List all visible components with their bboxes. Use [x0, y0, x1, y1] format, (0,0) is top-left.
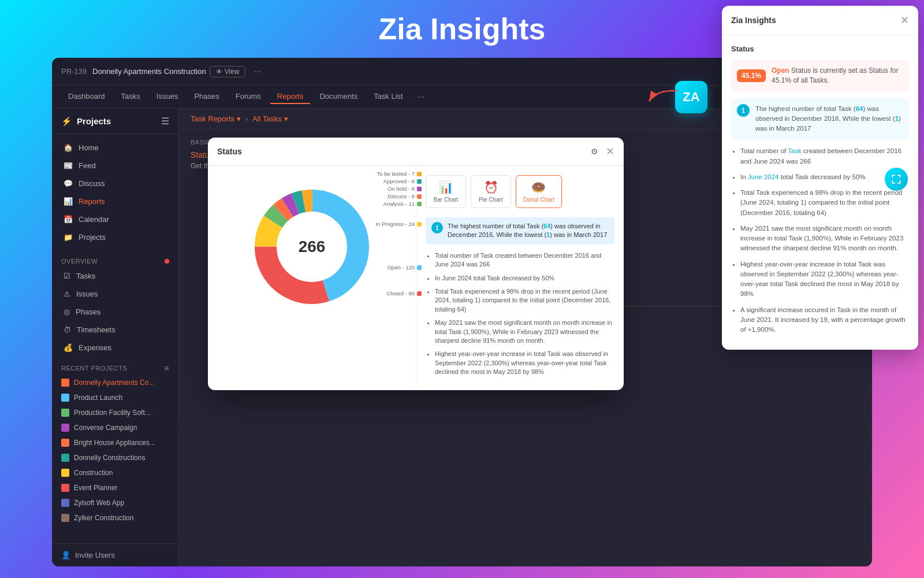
svg-rect-6 — [892, 180, 893, 184]
svg-rect-2 — [892, 175, 893, 179]
legend-analysis: Analysis - 11 — [383, 201, 422, 207]
expenses-icon: 💰 — [64, 343, 73, 352]
project-icon — [61, 454, 69, 462]
tab-more[interactable]: ··· — [412, 90, 429, 105]
svg-rect-4 — [900, 175, 901, 179]
sidebar-project-zylker[interactable]: Zylker Construction — [52, 510, 178, 525]
sidebar-item-reports[interactable]: 📊 Reports — [54, 192, 176, 210]
zia-bullet-list: Total number of Task created between Dec… — [731, 146, 909, 335]
project-label: Bright House Appliances... — [74, 439, 155, 447]
pie-chart-icon: ⏰ — [484, 180, 498, 194]
sidebar-logo: ⚡ Projects — [61, 116, 111, 127]
feed-icon: 📰 — [64, 161, 73, 170]
status-open-highlight: Open — [772, 66, 789, 75]
breadcrumb-task-reports[interactable]: Task Reports ▾ — [191, 114, 241, 123]
overview-section: Overview — [52, 251, 178, 267]
breadcrumb-title: Donnelly Apartments Construction — [92, 67, 206, 76]
bar-chart-btn[interactable]: 📊 Bar Chart — [426, 175, 466, 208]
sidebar-header: ⚡ Projects ☰ — [52, 109, 178, 134]
sidebar-label-home: Home — [79, 143, 99, 152]
sidebar-item-phases[interactable]: ◎ Phases — [54, 303, 176, 321]
modal-title: Status — [217, 147, 242, 156]
legend-dot-approved — [417, 179, 422, 184]
zia-bullet-3: Total Task experienced a 98% drop in the… — [740, 188, 909, 218]
tab-documents[interactable]: Documents — [312, 90, 364, 104]
tab-task-list[interactable]: Task List — [367, 90, 410, 104]
insight-highlight-card: 1 The highest number of total Task (64) … — [426, 217, 614, 244]
project-icon — [61, 409, 69, 417]
sidebar-item-projects[interactable]: 📁 Projects — [54, 228, 176, 246]
tab-dashboard[interactable]: Dashboard — [61, 90, 112, 104]
project-icon — [61, 394, 69, 402]
legend-dot-open — [417, 265, 422, 270]
tab-forums[interactable]: Forums — [229, 90, 268, 104]
view-button[interactable]: 👁 View — [210, 66, 246, 77]
sidebar-item-expenses[interactable]: 💰 Expenses — [54, 339, 176, 357]
insight-num-64: 64 — [856, 105, 863, 112]
sidebar-menu-icon[interactable]: ☰ — [161, 116, 169, 127]
sidebar-project-donnelly-constructions[interactable]: Donnelly Constructions — [52, 450, 178, 465]
bar-chart-icon: 📊 — [439, 180, 453, 194]
sidebar-item-feed[interactable]: 📰 Feed — [54, 157, 176, 175]
bullet-5: Highest year-over-year increase in total… — [435, 350, 614, 376]
breadcrumb-sep: › — [245, 115, 248, 123]
legend-dot-onhold — [417, 187, 422, 191]
reports-icon: 📊 — [64, 197, 73, 206]
zia-insight-card: 1 The highest number of total Task (64) … — [731, 98, 909, 140]
breadcrumb-all-tasks[interactable]: All Tasks ▾ — [252, 114, 288, 123]
overview-dot — [165, 259, 169, 264]
donut-chart-btn[interactable]: 🍩 Donut Chart — [516, 175, 562, 208]
sidebar-project-product-launch[interactable]: Product Launch — [52, 390, 178, 405]
zia-panel-close-btn[interactable]: ✕ — [900, 14, 909, 27]
screenshot-icon[interactable] — [885, 168, 908, 191]
zia-logo-text: ZA — [683, 90, 699, 105]
bar-chart-label: Bar Chart — [434, 197, 459, 203]
sidebar-project-donnelly-apartments[interactable]: Donnelly Apartments Co... — [52, 375, 178, 390]
zia-status-text: Open Status is currently set as Status f… — [772, 66, 903, 86]
status-body-text: Status is currently set as Status for 45… — [772, 66, 898, 84]
project-label: Donnelly Apartments Co... — [74, 379, 154, 387]
zia-section-title: Status — [731, 45, 909, 53]
zia-insights-panel: Zia Insights ✕ Status 45.1% Open Status … — [722, 6, 918, 350]
tab-phases[interactable]: Phases — [187, 90, 226, 104]
sidebar-item-timesheets[interactable]: ⏱ Timesheets — [54, 321, 176, 339]
tab-tasks[interactable]: Tasks — [114, 90, 147, 104]
sidebar-project-event-planner[interactable]: Event Planner — [52, 480, 178, 495]
discuss-icon: 💬 — [64, 179, 73, 188]
sidebar-item-calendar[interactable]: 📅 Calendar — [54, 210, 176, 228]
legend-dot-discuss — [417, 194, 422, 199]
tab-reports[interactable]: Reports — [270, 90, 311, 104]
home-icon: 🏠 — [64, 143, 73, 152]
zia-panel-title: Zia Insights — [731, 16, 776, 25]
breadcrumb: PR-139 Donnelly Apartments Construction … — [61, 66, 737, 77]
sidebar-project-production[interactable]: Production Facility Soft... — [52, 405, 178, 420]
zia-bullet-1: Total number of Task created between Dec… — [740, 146, 909, 166]
sidebar-item-issues[interactable]: ⚠ Issues — [54, 285, 176, 303]
project-label: Event Planner — [74, 484, 117, 492]
project-label: Construction — [74, 469, 113, 477]
recent-projects-icon: ≡ — [164, 364, 169, 373]
sidebar-item-home[interactable]: 🏠 Home — [54, 139, 176, 157]
modal-settings-btn[interactable]: ⚙ — [587, 144, 601, 158]
pie-chart-btn[interactable]: ⏰ Pie Chart — [471, 175, 511, 208]
bullet-1: Total number of Task created between Dec… — [435, 251, 614, 269]
sidebar-project-bright-house[interactable]: Bright House Appliances... — [52, 435, 178, 450]
sidebar-item-discuss[interactable]: 💬 Discuss — [54, 175, 176, 192]
invite-users-button[interactable]: 👤 Invite Users — [61, 551, 169, 560]
sidebar-project-zylsoft[interactable]: Zylsoft Web App — [52, 495, 178, 510]
insight-number: 1 — [431, 222, 443, 234]
sidebar-item-tasks[interactable]: ☑ Tasks — [54, 267, 176, 285]
project-icon — [61, 469, 69, 477]
legend-inprogress: In Progress - 24 — [375, 221, 422, 227]
breadcrumb-id: PR-139 — [61, 67, 87, 76]
sidebar-project-construction[interactable]: Construction — [52, 465, 178, 480]
header-dots[interactable]: ··· — [249, 66, 266, 77]
legend-approved: Approved - 8 — [383, 178, 422, 184]
modal-close-btn[interactable]: ✕ — [606, 145, 614, 158]
insights-bullet-list: Total number of Task created between Dec… — [426, 251, 614, 381]
legend-tobetested: To be tested - 7 — [377, 171, 422, 177]
sidebar-project-converse[interactable]: Converse Campaign — [52, 420, 178, 435]
tab-issues[interactable]: Issues — [150, 90, 185, 104]
bullet-3: Total Task experienced a 98% drop in the… — [435, 287, 614, 314]
sidebar-label-discuss: Discuss — [79, 179, 105, 188]
